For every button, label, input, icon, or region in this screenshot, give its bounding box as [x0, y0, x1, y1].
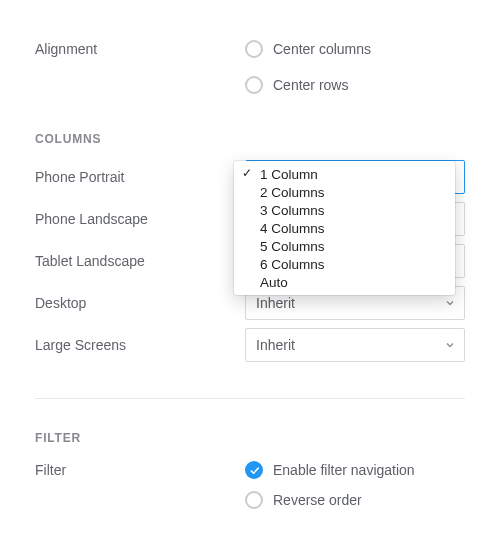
filter-heading: FILTER [35, 431, 465, 445]
dropdown-option-label: 5 Columns [260, 239, 325, 254]
alignment-row-1: Alignment Center columns [35, 28, 465, 70]
alignment-label: Alignment [35, 41, 245, 57]
checkbox-unchecked-icon [245, 40, 263, 58]
phone-portrait-label: Phone Portrait [35, 169, 245, 185]
enable-filter-nav-checkbox[interactable]: Enable filter navigation [245, 456, 415, 484]
select-value: Inherit [256, 295, 295, 311]
chevron-down-icon [444, 339, 456, 351]
dropdown-option-6-columns[interactable]: 6 Columns [234, 255, 455, 273]
dropdown-option-3-columns[interactable]: 3 Columns [234, 201, 455, 219]
chevron-down-icon [444, 297, 456, 309]
select-value: Inherit [256, 337, 295, 353]
large-screens-row: Large Screens Inherit [35, 324, 465, 366]
checkbox-checked-icon [245, 461, 263, 479]
tablet-landscape-label: Tablet Landscape [35, 253, 245, 269]
dropdown-option-label: 6 Columns [260, 257, 325, 272]
checkbox-unchecked-icon [245, 76, 263, 94]
center-rows-label: Center rows [273, 77, 348, 93]
dropdown-option-4-columns[interactable]: 4 Columns [234, 219, 455, 237]
dropdown-option-label: 2 Columns [260, 185, 325, 200]
section-divider [35, 398, 465, 399]
center-rows-checkbox[interactable]: Center rows [245, 71, 348, 99]
reverse-order-checkbox[interactable]: Reverse order [245, 486, 362, 514]
desktop-label: Desktop [35, 295, 245, 311]
filter-row-2: Reverse order [35, 485, 465, 515]
dropdown-option-label: 4 Columns [260, 221, 325, 236]
center-columns-checkbox[interactable]: Center columns [245, 35, 371, 63]
dropdown-option-auto[interactable]: Auto [234, 273, 455, 291]
filter-label: Filter [35, 462, 245, 478]
dropdown-option-label: 3 Columns [260, 203, 325, 218]
dropdown-option-1-column[interactable]: ✓ 1 Column [234, 165, 455, 183]
dropdown-option-2-columns[interactable]: 2 Columns [234, 183, 455, 201]
large-screens-select[interactable]: Inherit [245, 328, 465, 362]
filter-row-1: Filter Enable filter navigation [35, 455, 465, 485]
enable-filter-nav-label: Enable filter navigation [273, 462, 415, 478]
center-columns-label: Center columns [273, 41, 371, 57]
checkbox-unchecked-icon [245, 491, 263, 509]
columns-heading: COLUMNS [35, 132, 465, 146]
reverse-order-label: Reverse order [273, 492, 362, 508]
dropdown-option-label: 1 Column [260, 167, 318, 182]
phone-portrait-dropdown[interactable]: ✓ 1 Column 2 Columns 3 Columns 4 Columns… [234, 161, 455, 295]
large-screens-label: Large Screens [35, 337, 245, 353]
dropdown-option-label: Auto [260, 275, 288, 290]
alignment-row-2: Center rows [35, 70, 465, 100]
dropdown-option-5-columns[interactable]: 5 Columns [234, 237, 455, 255]
check-icon: ✓ [242, 166, 252, 180]
phone-landscape-label: Phone Landscape [35, 211, 245, 227]
